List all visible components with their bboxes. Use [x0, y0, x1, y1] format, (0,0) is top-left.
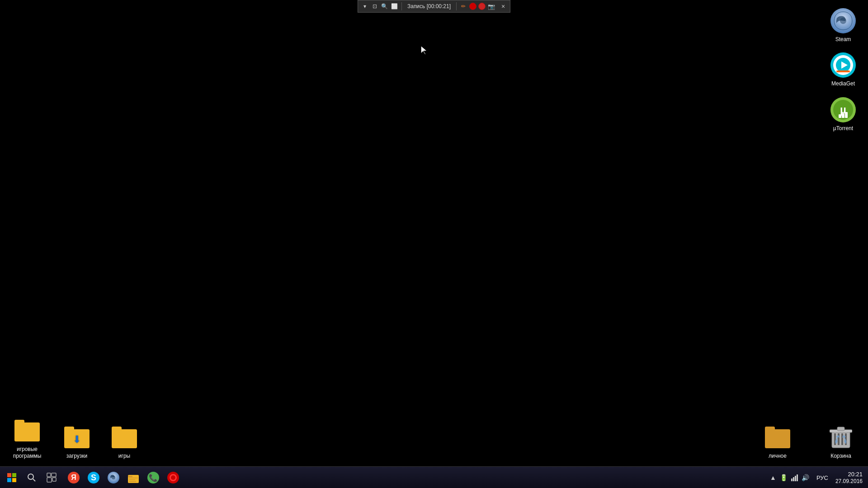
toolbar-separator-2 [456, 2, 457, 10]
svg-text:📞: 📞 [149, 474, 158, 482]
zagruzki-folder-img: ⬇ [62, 423, 91, 452]
taskbar-explorer-button[interactable] [124, 469, 143, 487]
mediaget-icon-desktop[interactable]: MediaGet [823, 49, 863, 89]
svg-point-45 [171, 475, 175, 480]
recycle-bin-label: Корзина [830, 453, 851, 459]
svg-rect-27 [52, 473, 56, 477]
desktop-icons-right: Steam MediaGet µ µTorrent [818, 0, 868, 133]
tray-expand-icon[interactable]: ▲ [769, 473, 778, 482]
tray-language[interactable]: РУС [815, 474, 830, 481]
svg-rect-15 [838, 433, 840, 445]
toolbar-record-button[interactable] [478, 3, 486, 10]
svg-rect-23 [12, 478, 16, 482]
svg-rect-29 [52, 478, 56, 481]
tray-date: 27.09.2016 [835, 478, 863, 484]
tray-datetime[interactable]: 20:21 27.09.2016 [832, 471, 866, 484]
svg-rect-37 [128, 476, 132, 477]
utorrent-icon-desktop[interactable]: µ µTorrent [823, 94, 863, 133]
svg-rect-12 [845, 112, 848, 118]
svg-rect-16 [841, 433, 843, 445]
taskbar-phone-button[interactable]: 📞 [144, 469, 163, 487]
zagruzki-icon[interactable]: ⬇ загрузки [59, 421, 95, 461]
taskbar-recording-button[interactable] [164, 469, 183, 487]
svg-point-35 [112, 476, 115, 479]
system-tray: ▲ 🔋 🔊 РУС 20:21 27.09.2016 [766, 467, 868, 488]
tray-network-icon[interactable] [790, 473, 799, 482]
toolbar-capture-icon[interactable]: ⊡ [371, 2, 379, 10]
tray-volume-icon[interactable]: 🔊 [801, 473, 810, 482]
toolbar-dropdown-icon[interactable]: ▾ [361, 2, 369, 10]
download-arrow-icon: ⬇ [73, 434, 81, 446]
desktop-icons-bottom-left: игровые программы ⬇ загрузки игры [9, 414, 140, 461]
svg-line-25 [33, 479, 35, 481]
taskbar-pinned-apps: Я S [64, 469, 183, 487]
svg-rect-38 [129, 478, 138, 479]
igry-label: игры [118, 453, 130, 459]
toolbar-separator-1 [401, 2, 402, 10]
svg-rect-48 [795, 476, 796, 481]
svg-rect-6 [836, 70, 850, 72]
svg-marker-50 [421, 46, 427, 55]
svg-rect-10 [839, 114, 841, 118]
mediaget-icon-img [829, 51, 858, 80]
svg-rect-40 [129, 481, 136, 482]
toolbar-record-stop-button[interactable] [469, 3, 476, 10]
svg-rect-49 [797, 474, 798, 481]
lichnoe-folder-img [763, 423, 792, 452]
svg-rect-46 [791, 479, 793, 481]
taskbar-steam-button[interactable] [104, 469, 123, 487]
svg-point-1 [840, 18, 846, 24]
svg-point-24 [28, 474, 33, 479]
igrovye-label: игровые программы [13, 446, 42, 459]
svg-rect-22 [7, 478, 11, 482]
folder-body [14, 422, 40, 441]
svg-rect-26 [47, 473, 51, 477]
cursor [420, 45, 429, 56]
bandicam-toolbar[interactable]: ▾ ⊡ 🔍 ⬜ Запись [00:00:21] ✏ 📷 × [358, 0, 510, 13]
svg-rect-11 [842, 113, 844, 118]
steam-icon-desktop[interactable]: Steam [823, 5, 863, 44]
tray-icons-group: ▲ 🔋 🔊 [766, 469, 813, 487]
utorrent-icon-img: µ [829, 95, 858, 124]
recording-time: Запись [00:00:21] [405, 3, 453, 9]
utorrent-label: µTorrent [833, 125, 853, 131]
start-button[interactable] [2, 469, 22, 487]
svg-text:S: S [91, 473, 96, 482]
svg-rect-47 [793, 477, 794, 481]
folder-body-igry [112, 429, 137, 448]
toolbar-screenshot-button[interactable]: 📷 [487, 2, 495, 10]
task-view-button[interactable] [42, 469, 61, 487]
recycle-bin-visual [829, 424, 853, 450]
lichnoe-label: личное [769, 453, 787, 459]
folder-body-lichnoe [765, 429, 790, 448]
svg-rect-21 [12, 473, 16, 477]
svg-rect-19 [837, 427, 844, 431]
svg-rect-20 [7, 473, 11, 477]
toolbar-overlay-icon[interactable]: ⬜ [391, 2, 399, 10]
toolbar-zoom-icon[interactable]: 🔍 [381, 2, 389, 10]
recycle-bin-img [826, 423, 855, 452]
svg-rect-39 [129, 479, 135, 480]
search-button[interactable] [23, 469, 41, 487]
igrovye-folder-img [13, 416, 42, 445]
taskbar-skype-button[interactable]: S [84, 469, 103, 487]
tray-time: 20:21 [848, 471, 863, 478]
steam-label: Steam [835, 36, 851, 42]
desktop-icons-bottom-right: личное [760, 421, 859, 461]
zagruzki-label: загрузки [66, 453, 88, 459]
igry-folder-img [110, 423, 139, 452]
toolbar-close-button[interactable]: × [499, 2, 507, 10]
svg-rect-28 [47, 478, 52, 482]
recycle-bin-icon[interactable]: Корзина [823, 421, 859, 461]
igrovye-icon[interactable]: игровые программы [9, 414, 45, 461]
tray-battery-icon[interactable]: 🔋 [779, 473, 788, 482]
svg-text:Я: Я [71, 474, 76, 481]
lichnoe-icon[interactable]: личное [760, 421, 796, 461]
desktop-icons-bottom: игровые программы ⬇ загрузки игры [0, 414, 868, 461]
toolbar-pen-icon[interactable]: ✏ [459, 2, 467, 10]
steam-icon-img [829, 6, 858, 35]
taskbar: Я S [0, 466, 868, 488]
igry-icon[interactable]: игры [108, 421, 140, 461]
mediaget-label: MediaGet [831, 80, 855, 87]
taskbar-yandex-button[interactable]: Я [64, 469, 83, 487]
